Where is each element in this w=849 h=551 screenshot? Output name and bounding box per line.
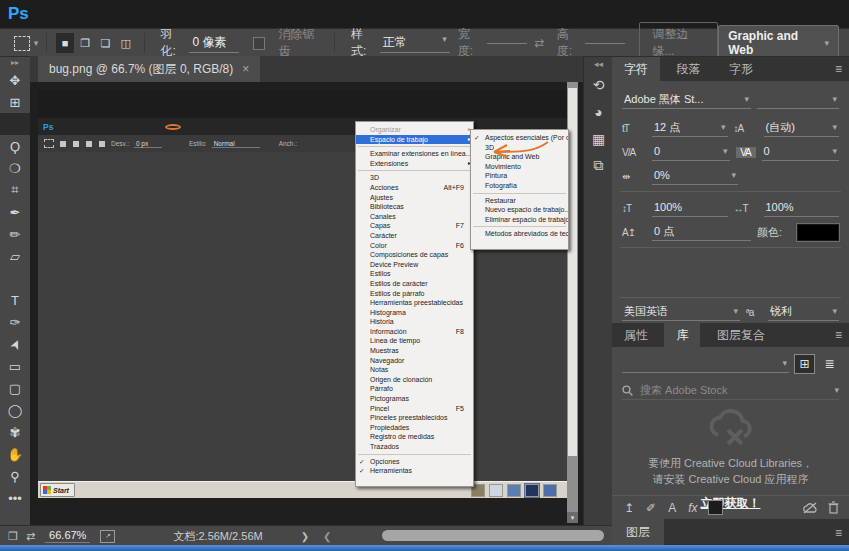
- style-select[interactable]: 正常 ▾: [380, 34, 450, 53]
- document-canvas[interactable]: Ps: [30, 82, 583, 525]
- history-panel-icon[interactable]: ⟲: [584, 71, 613, 98]
- horizontal-scrollbar[interactable]: [382, 530, 604, 541]
- kerning-select[interactable]: 0 ▾: [652, 143, 730, 161]
- menu-item: Navegador: [356, 356, 473, 366]
- eraser-tool[interactable]: ▱: [0, 245, 30, 267]
- tab-character[interactable]: 字符: [612, 57, 660, 81]
- antialias-select[interactable]: 锐利 ▾: [768, 303, 839, 321]
- photoshop-logo: Ps: [0, 4, 39, 24]
- leading-select[interactable]: (自动) ▾: [764, 119, 840, 137]
- swap-colors-icon[interactable]: ⇄: [26, 530, 35, 543]
- rectangle-tool[interactable]: ▭: [0, 355, 30, 377]
- add-to-selection-button[interactable]: ❐: [76, 33, 94, 53]
- type-tool[interactable]: T: [0, 289, 30, 311]
- submenu-item: Restaurar: [471, 196, 568, 206]
- check-icon: ✓: [474, 133, 479, 143]
- tab-paragraph[interactable]: 段落: [664, 57, 712, 81]
- status-back-icon[interactable]: ❮: [323, 531, 331, 542]
- text-style-icon[interactable]: A: [668, 501, 676, 515]
- stock-search-input[interactable]: 搜索 Adobe Stock ▾: [622, 381, 839, 400]
- font-family-select[interactable]: Adobe 黑体 St... ▾: [622, 91, 751, 109]
- font-style-select[interactable]: ▾: [757, 91, 839, 109]
- expand-panels-icon[interactable]: ◂◂: [584, 57, 613, 71]
- scroll-down-icon[interactable]: ▾: [567, 512, 578, 523]
- marquee-tool-icon[interactable]: [14, 36, 30, 51]
- custom-shape-tool[interactable]: ✾: [0, 421, 30, 443]
- layers-mini-icon[interactable]: ❐: [8, 530, 18, 543]
- trash-icon[interactable]: [828, 501, 839, 514]
- zoom-tool[interactable]: ⚲: [0, 465, 30, 487]
- creative-cloud-unavailable-icon: [704, 405, 758, 449]
- text-color-swatch[interactable]: [797, 224, 839, 241]
- ellipse-tool[interactable]: ◯: [0, 399, 30, 421]
- cloud-sync-disabled-icon[interactable]: [802, 502, 818, 514]
- baseline-shift-icon: A↥: [622, 227, 646, 238]
- antialias-label: 消除锯齿: [278, 26, 322, 60]
- more-tools[interactable]: •••: [0, 487, 30, 509]
- crop-tool[interactable]: ⌗: [0, 179, 30, 201]
- menu-item: Información F8: [356, 327, 473, 337]
- subtract-from-selection-button[interactable]: ❏: [96, 33, 114, 53]
- tab-glyphs[interactable]: 字形: [717, 57, 765, 81]
- path-selection-tool[interactable]: ➤: [0, 333, 30, 355]
- color-swatch-icon[interactable]: [709, 501, 722, 514]
- move-tool[interactable]: ✥: [0, 69, 30, 91]
- shortcut-label: Alt+F9: [444, 183, 464, 193]
- horizontal-scale-input[interactable]: 100%: [764, 199, 840, 217]
- tools-panel: ▸▸ ✥ ⊞ Ϙ ❍ ⌗ ✒ ✏ ▱ T ✑ ➤ ▭ ▢: [0, 56, 30, 526]
- feather-input[interactable]: 0 像素: [189, 34, 239, 53]
- brush-tool[interactable]: ✏: [0, 223, 30, 245]
- lasso-tool[interactable]: Ϙ: [0, 135, 30, 157]
- intersect-selection-button[interactable]: ◫: [117, 33, 135, 53]
- library-select[interactable]: ▾: [622, 355, 789, 373]
- swatches-panel-icon[interactable]: ▦: [584, 125, 613, 152]
- baseline-shift-input[interactable]: 0 点: [652, 223, 751, 241]
- height-input[interactable]: [585, 42, 625, 44]
- tab-layers[interactable]: 图层: [612, 519, 664, 545]
- tab-layer-comps[interactable]: 图层复合: [705, 323, 777, 347]
- zoom-level-input[interactable]: 66.67%: [45, 529, 90, 543]
- pen-tool[interactable]: ✑: [0, 311, 30, 333]
- panel-menu-icon[interactable]: ≡: [835, 526, 842, 540]
- hand-tool[interactable]: ✋: [0, 443, 30, 465]
- tab-libraries[interactable]: 库: [664, 323, 700, 347]
- swap-dimensions-icon[interactable]: ⇄: [535, 36, 545, 50]
- new-selection-button[interactable]: ■: [56, 33, 74, 53]
- menu-item: Notas: [356, 365, 473, 375]
- proportional-spacing-icon: ⇹: [622, 171, 646, 182]
- font-size-select[interactable]: 12 点 ▾: [652, 119, 728, 137]
- device-preview-panel-icon[interactable]: ⧉: [584, 152, 613, 179]
- menu-item: Extensiones ▸: [356, 159, 473, 169]
- color-panel-icon[interactable]: ◕: [584, 98, 613, 125]
- brush-library-icon[interactable]: ✐: [646, 501, 656, 515]
- list-view-button[interactable]: ≣: [820, 355, 839, 373]
- chevron-down-icon[interactable]: ▾: [34, 38, 39, 48]
- tracking-select[interactable]: 0 ▾: [762, 143, 840, 161]
- collapse-toolbar-icon[interactable]: ▸▸: [0, 57, 30, 69]
- layer-style-icon[interactable]: fx: [688, 501, 697, 515]
- upload-icon[interactable]: ↥: [624, 501, 634, 515]
- panel-menu-icon[interactable]: ≡: [835, 62, 842, 76]
- width-label: 宽度:: [458, 26, 483, 60]
- status-popup-icon[interactable]: ❯: [301, 531, 309, 542]
- rounded-rectangle-tool[interactable]: ▢: [0, 377, 30, 399]
- rectangular-marquee-tool[interactable]: [0, 113, 30, 135]
- quick-selection-tool[interactable]: ❍: [0, 157, 30, 179]
- panel-menu-icon[interactable]: ≡: [835, 328, 842, 342]
- grid-view-button[interactable]: ⊞: [795, 355, 814, 373]
- vertical-scale-input[interactable]: 100%: [652, 199, 728, 217]
- document-tab[interactable]: bug.png @ 66.7% (图层 0, RGB/8) ×: [38, 56, 260, 82]
- language-select[interactable]: 美国英语 ▾: [622, 303, 740, 321]
- share-icon[interactable]: ↗: [100, 530, 115, 543]
- artboard-tool[interactable]: ⊞: [0, 91, 30, 113]
- collapsed-panels-strip: ◂◂ ⟲ ◕ ▦ ⧉: [583, 56, 613, 526]
- scrollbar-thumb[interactable]: [568, 88, 577, 456]
- proportional-spacing-select[interactable]: 0% ▾: [652, 167, 738, 185]
- character-panel-body: Adobe 黑体 St... ▾ ▾ tT 12 点 ▾ ↕A (自动) ▾ V…: [612, 81, 849, 323]
- gradient-tool[interactable]: [0, 267, 30, 289]
- width-input[interactable]: [487, 42, 527, 44]
- eyedropper-tool[interactable]: ✒: [0, 201, 30, 223]
- antialias-checkbox[interactable]: [253, 37, 265, 50]
- close-icon[interactable]: ×: [242, 62, 249, 76]
- tab-properties[interactable]: 属性: [612, 323, 660, 347]
